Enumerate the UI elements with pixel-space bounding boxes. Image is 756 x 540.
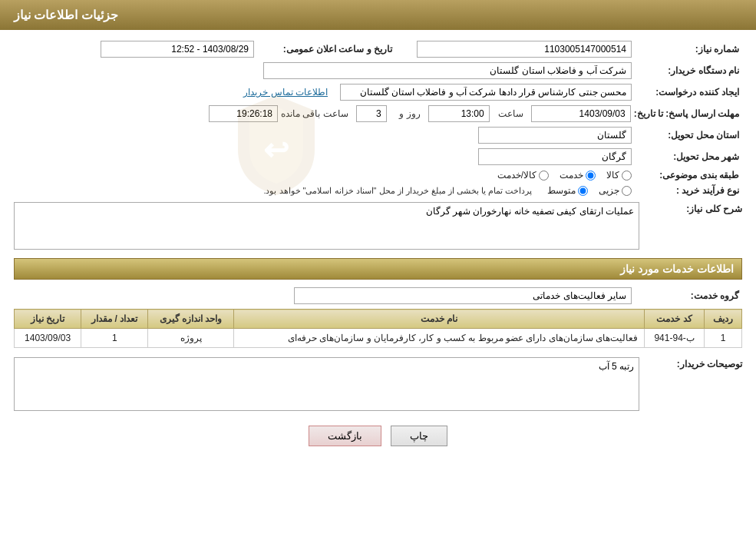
purchase-type-group: جزیی متوسط پرداخت تمام یا بخشی از مبلغ خ… [263, 185, 632, 196]
deadline-time-input [428, 105, 490, 122]
city-input [478, 148, 632, 165]
purchase-type-row: نوع فرآیند خرید : جزیی متوسط پرداخت تمام… [14, 185, 742, 196]
buyer-org-input [263, 62, 632, 79]
category-service-option[interactable]: خدمت [560, 170, 596, 181]
creator-input [340, 84, 632, 101]
category-goods-label: کالا [606, 170, 619, 181]
col-unit: واحد اندازه گیری [148, 310, 234, 329]
buyer-org-row: نام دستگاه خریدار: [14, 62, 742, 79]
deadline-date-input [531, 105, 631, 122]
category-goods-service-radio[interactable] [539, 171, 549, 181]
page-title: جزئیات اطلاعات نیاز [14, 8, 118, 22]
col-service-name: نام خدمت [233, 310, 644, 329]
buyer-comments-textarea[interactable] [14, 357, 639, 411]
button-row: چاپ بازگشت [14, 426, 742, 462]
need-description-textarea[interactable] [14, 202, 639, 250]
service-group-label: گروه خدمت: [635, 290, 742, 301]
category-goods-radio[interactable] [622, 171, 632, 181]
category-row: طبقه بندی موضوعی: کالا خدمت کالا/خدمت [14, 170, 742, 181]
service-group-row: گروه خدمت: [14, 287, 742, 304]
deadline-remaining-input [209, 105, 278, 122]
deadline-days-input [356, 105, 387, 122]
content-area: ↩ شماره نیاز: تاریخ و ساعت اعلان عمومی: … [0, 30, 756, 472]
cell-row-num: 1 [705, 329, 742, 348]
province-input [478, 127, 632, 144]
city-row: شهر محل تحویل: [14, 148, 742, 165]
page-header: جزئیات اطلاعات نیاز [0, 0, 756, 30]
purchase-medium-radio[interactable] [578, 186, 588, 196]
purchase-partial-label: جزیی [599, 185, 619, 196]
services-table: ردیف کد خدمت نام خدمت واحد اندازه گیری ت… [14, 309, 742, 348]
announce-date-input [101, 41, 254, 58]
cell-service-name: فعالیت‌های سازمان‌های دارای عضو مربوط به… [233, 329, 644, 348]
need-description-container [14, 202, 639, 252]
service-group-input [294, 287, 632, 304]
category-goods-service-label: کالا/خدمت [497, 170, 536, 181]
purchase-type-label: نوع فرآیند خرید : [635, 185, 742, 196]
city-label: شهر محل تحویل: [635, 151, 742, 162]
need-description-row: شرح کلی نیاز: [14, 202, 742, 252]
services-section-title: اطلاعات خدمات مورد نیاز [14, 258, 742, 280]
cell-date: 1403/09/03 [15, 329, 81, 348]
purchase-partial-radio[interactable] [622, 186, 632, 196]
col-quantity: تعداد / مقدار [81, 310, 148, 329]
creator-row: ایجاد کننده درخواست: اطلاعات تماس خریدار [14, 84, 742, 101]
need-description-label: شرح کلی نیاز: [642, 202, 742, 214]
print-button[interactable]: چاپ [391, 426, 447, 446]
announce-date-label: تاریخ و ساعت اعلان عمومی: [257, 44, 395, 55]
category-radio-group: کالا خدمت کالا/خدمت [497, 170, 632, 181]
col-service-code: کد خدمت [644, 310, 704, 329]
category-service-radio[interactable] [586, 171, 596, 181]
table-row: 1 ب-94-941 فعالیت‌های سازمان‌های دارای ع… [15, 329, 742, 348]
purchase-medium-label: متوسط [547, 185, 576, 196]
cell-service-code: ب-94-941 [644, 329, 704, 348]
need-number-input [417, 41, 632, 58]
deadline-row: مهلت ارسال پاسخ: تا تاریخ: ساعت روز و سا… [14, 105, 742, 122]
need-number-row: شماره نیاز: تاریخ و ساعت اعلان عمومی: [14, 41, 742, 58]
deadline-label: مهلت ارسال پاسخ: تا تاریخ: [634, 108, 742, 119]
category-service-label: خدمت [560, 170, 583, 181]
creator-label: ایجاد کننده درخواست: [635, 87, 742, 98]
buyer-org-label: نام دستگاه خریدار: [635, 65, 742, 76]
deadline-time-label: ساعت [493, 108, 523, 119]
buyer-comments-label: توصیحات خریدار: [642, 357, 742, 369]
purchase-desc: پرداخت تمام یا بخشی از مبلغ خریدار از مح… [263, 186, 532, 196]
col-row-num: ردیف [705, 310, 742, 329]
province-row: استان محل تحویل: [14, 127, 742, 144]
deadline-remaining-label: ساعت باقی مانده [281, 108, 348, 119]
cell-unit: پروژه [148, 329, 234, 348]
purchase-medium-option[interactable]: متوسط [547, 185, 588, 196]
cell-quantity: 1 [81, 329, 148, 348]
buyer-comments-row: توصیحات خریدار: [14, 357, 742, 413]
purchase-partial-option[interactable]: جزیی [599, 185, 632, 196]
category-label: طبقه بندی موضوعی: [635, 170, 742, 181]
buyer-comments-container [14, 357, 639, 413]
province-label: استان محل تحویل: [635, 130, 742, 141]
category-goods-service-option[interactable]: کالا/خدمت [497, 170, 549, 181]
page-wrapper: جزئیات اطلاعات نیاز ↩ شماره نیاز: تاریخ … [0, 0, 756, 540]
contact-link[interactable]: اطلاعات تماس خریدار [243, 87, 328, 98]
col-date: تاریخ نیاز [15, 310, 81, 329]
deadline-days-label: روز و [390, 108, 421, 119]
need-number-label: شماره نیاز: [635, 44, 742, 55]
back-button[interactable]: بازگشت [309, 426, 381, 446]
category-goods-option[interactable]: کالا [606, 170, 632, 181]
